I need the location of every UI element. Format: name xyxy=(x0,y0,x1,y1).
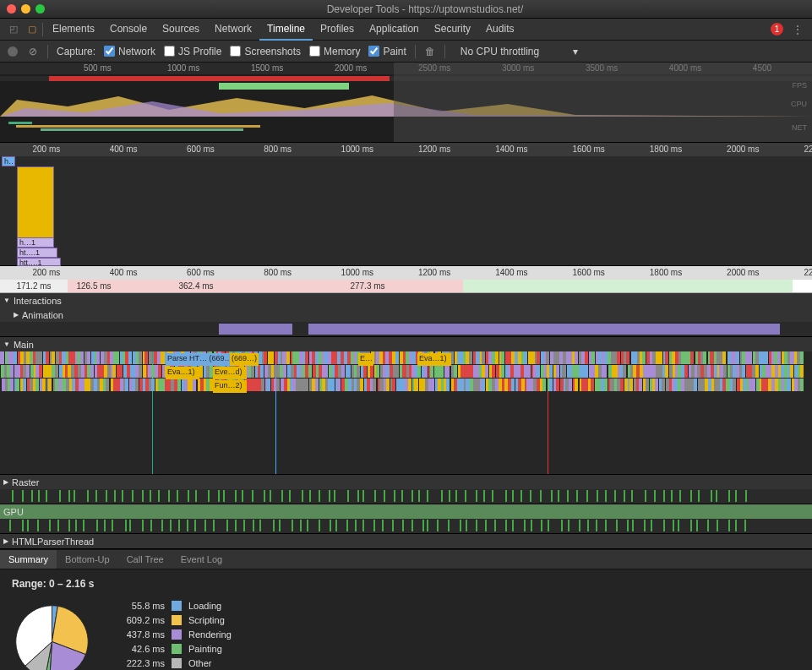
task-bar[interactable] xyxy=(662,379,665,391)
task-block[interactable]: Eva…1) xyxy=(166,367,199,379)
task-bar[interactable] xyxy=(139,365,142,378)
task-block[interactable]: E… xyxy=(358,353,373,366)
trash-icon[interactable]: 🗑 xyxy=(424,46,436,57)
task-bar[interactable] xyxy=(595,379,598,391)
task-bar[interactable] xyxy=(10,365,14,378)
task-bar[interactable] xyxy=(431,379,434,391)
task-bar[interactable] xyxy=(775,365,778,378)
task-bar[interactable] xyxy=(440,365,444,378)
animation-header[interactable]: ▶Animation xyxy=(0,308,812,322)
task-bar[interactable] xyxy=(752,379,755,391)
tab-elements[interactable]: Elements xyxy=(45,19,102,41)
network-ruler[interactable]: 200 ms400 ms600 ms800 ms1000 ms1200 ms14… xyxy=(0,266,812,280)
task-bar[interactable] xyxy=(312,351,315,364)
task-bar[interactable] xyxy=(492,365,495,378)
task-bar[interactable] xyxy=(119,365,123,378)
more-icon[interactable]: ⋮ xyxy=(788,23,807,36)
task-bar[interactable] xyxy=(90,379,94,391)
task-bar[interactable] xyxy=(469,351,472,364)
task-block[interactable]: Eva…1) xyxy=(417,353,451,366)
flame-ruler[interactable]: 200 ms400 ms600 ms800 ms1000 ms1200 ms14… xyxy=(0,143,812,156)
capture-js-profile[interactable]: JS Profile xyxy=(164,46,221,57)
task-bar[interactable] xyxy=(620,379,624,391)
gpu-header[interactable]: GPU xyxy=(0,504,812,519)
main-header[interactable]: ▼Main xyxy=(0,337,812,351)
task-bar[interactable] xyxy=(501,365,504,378)
task-bar[interactable] xyxy=(765,351,768,364)
task-block[interactable]: Parse HT… (669…) xyxy=(166,353,230,366)
task-bar[interactable] xyxy=(193,379,196,391)
task-block[interactable]: Eve…d) xyxy=(213,367,247,379)
main-flame-chart[interactable]: Parse HT… (669…)(669…)Eva…1)Eve…d)Fun…2)… xyxy=(0,351,812,474)
minimize-window-icon[interactable] xyxy=(21,4,30,14)
task-bar[interactable] xyxy=(135,379,139,391)
task-bar[interactable] xyxy=(363,365,367,378)
task-bar[interactable] xyxy=(617,351,620,364)
task-bar[interactable] xyxy=(626,351,629,364)
task-bar[interactable] xyxy=(149,351,152,364)
task-bar[interactable] xyxy=(537,365,540,378)
task-bar[interactable] xyxy=(800,365,804,378)
task-bar[interactable] xyxy=(665,351,668,364)
task-bar[interactable] xyxy=(655,379,658,391)
task-bar[interactable] xyxy=(585,365,588,378)
task-bar[interactable] xyxy=(569,379,572,391)
task-bar[interactable] xyxy=(392,379,395,391)
capture-network[interactable]: Network xyxy=(104,46,155,57)
tab-security[interactable]: Security xyxy=(427,19,478,41)
close-window-icon[interactable] xyxy=(7,4,16,14)
parser-header[interactable]: ▶HTMLParserThread xyxy=(0,534,812,548)
task-bar[interactable] xyxy=(42,379,46,391)
details-tab-bottom-up[interactable]: Bottom-Up xyxy=(57,550,118,569)
task-bar[interactable] xyxy=(341,379,345,391)
cpu-throttle-select[interactable]: No CPU throttling ▾ xyxy=(460,46,578,57)
task-bar[interactable] xyxy=(308,365,312,378)
tab-audits[interactable]: Audits xyxy=(478,19,521,41)
task-bar[interactable] xyxy=(430,365,433,378)
task-bar[interactable] xyxy=(527,365,531,378)
task-bar[interactable] xyxy=(646,379,649,391)
animation-bar[interactable] xyxy=(219,324,292,335)
task-bar[interactable] xyxy=(199,365,203,378)
task-bar[interactable] xyxy=(276,379,280,391)
flame-chart-overview[interactable]: h…/h…1ht….1htt….1 xyxy=(0,156,812,266)
task-bar[interactable] xyxy=(261,379,264,391)
flame-block[interactable]: h…1 xyxy=(17,237,54,248)
task-bar[interactable] xyxy=(264,351,267,364)
task-bar[interactable] xyxy=(482,379,485,391)
network-segment[interactable]: 362.4 ms xyxy=(120,280,272,292)
error-count-badge[interactable]: 1 xyxy=(771,23,783,35)
inspect-icon[interactable]: ◰ xyxy=(5,21,22,38)
task-bar[interactable] xyxy=(260,365,264,378)
task-bar[interactable] xyxy=(790,365,793,378)
task-bar[interactable] xyxy=(629,379,633,391)
task-bar[interactable] xyxy=(742,365,745,378)
task-bar[interactable] xyxy=(690,351,694,364)
details-tab-call-tree[interactable]: Call Tree xyxy=(118,550,172,569)
task-bar[interactable] xyxy=(575,379,578,391)
network-segment[interactable] xyxy=(463,280,793,292)
capture-paint[interactable]: Paint xyxy=(368,46,406,57)
task-bar[interactable] xyxy=(16,379,19,391)
tab-network[interactable]: Network xyxy=(207,19,259,41)
task-bar[interactable] xyxy=(438,379,441,391)
task-bar[interactable] xyxy=(48,379,52,391)
task-bar[interactable] xyxy=(694,379,697,391)
task-bar[interactable] xyxy=(0,351,3,364)
task-bar[interactable] xyxy=(113,379,117,391)
flame-block[interactable] xyxy=(17,166,54,248)
task-bar[interactable] xyxy=(39,351,42,364)
task-bar[interactable] xyxy=(778,379,782,391)
task-bar[interactable] xyxy=(125,379,128,391)
task-bar[interactable] xyxy=(331,351,335,364)
task-bar[interactable] xyxy=(549,379,553,391)
task-bar[interactable] xyxy=(10,379,14,391)
task-bar[interactable] xyxy=(604,379,608,391)
task-bar[interactable] xyxy=(386,365,390,378)
task-bar[interactable] xyxy=(684,365,688,378)
task-bar[interactable] xyxy=(787,379,790,391)
task-bar[interactable] xyxy=(39,365,42,378)
tab-console[interactable]: Console xyxy=(102,19,155,41)
task-bar[interactable] xyxy=(96,351,100,364)
task-bar[interactable] xyxy=(703,351,706,364)
